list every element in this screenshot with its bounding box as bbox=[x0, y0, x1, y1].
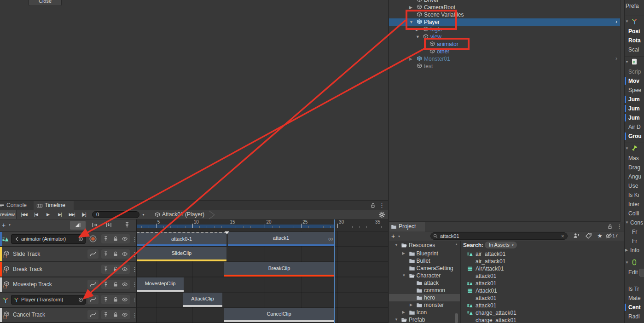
replace-mode-icon[interactable] bbox=[105, 221, 112, 229]
skip-end-button[interactable]: ▶▶| bbox=[66, 210, 77, 219]
add-track-caret[interactable]: ▼ bbox=[8, 223, 12, 227]
track-eye-icon[interactable] bbox=[122, 296, 128, 303]
track-pin-icon[interactable] bbox=[103, 296, 109, 303]
result-item-7[interactable]: attack01 bbox=[461, 302, 620, 309]
track-binding-field[interactable]: animator (Animator) bbox=[11, 234, 86, 244]
timeline-settings-gear-icon[interactable] bbox=[378, 211, 385, 218]
tree-item-hero[interactable]: hero bbox=[389, 294, 460, 301]
foldout-open-icon[interactable]: ▼ bbox=[625, 220, 630, 225]
result-item-4[interactable]: attack01 bbox=[461, 280, 620, 287]
add-track-button[interactable]: + bbox=[2, 220, 8, 230]
foldout-open-icon[interactable]: ▼ bbox=[625, 19, 630, 24]
tree-item-camerasetting[interactable]: CameraSetting bbox=[389, 265, 460, 272]
track-eye-icon[interactable] bbox=[122, 281, 128, 288]
track-header-player[interactable]: Player (Transform)⋮ bbox=[0, 293, 136, 307]
tree-item-bullet[interactable]: Bullet bbox=[389, 257, 460, 265]
inspector-property-row[interactable]: Grou bbox=[625, 132, 644, 141]
track-header-slide[interactable]: { }Slide Track⋮ bbox=[0, 247, 136, 261]
track-eye-icon[interactable] bbox=[122, 311, 128, 318]
chevron-right-icon[interactable]: › bbox=[615, 55, 620, 63]
kebab-menu-icon[interactable]: ⋮ bbox=[616, 223, 622, 231]
foldout-closed-icon[interactable]: ▶ bbox=[402, 309, 407, 316]
search-input[interactable]: attack01× bbox=[430, 232, 568, 240]
foldout-open-icon[interactable]: ▼ bbox=[409, 19, 415, 25]
play-range-button[interactable]: [▶] bbox=[78, 210, 89, 219]
clip-breakclip[interactable]: BreakClip bbox=[224, 262, 334, 277]
foldout-closed-icon[interactable]: ▶ bbox=[409, 4, 415, 11]
track-pin-icon[interactable] bbox=[103, 266, 109, 272]
inspector-property-row[interactable]: Mov bbox=[625, 76, 644, 86]
tree-item-monster[interactable]: ▶monster bbox=[389, 301, 460, 309]
preview-toggle-button[interactable]: review bbox=[0, 210, 17, 219]
track-lock-icon[interactable] bbox=[112, 296, 119, 303]
clip-attackclip[interactable]: AttackClip bbox=[183, 293, 222, 307]
inspector-property-row[interactable]: Angu bbox=[625, 172, 644, 181]
track-lock-icon[interactable] bbox=[112, 266, 119, 272]
hierarchy-item-scene-variables[interactable]: Scene Variables bbox=[389, 11, 620, 18]
result-item-3[interactable]: attack01 bbox=[461, 272, 620, 280]
result-item-1[interactable]: air_attack01 bbox=[461, 258, 620, 265]
mix-mode-button[interactable] bbox=[70, 221, 86, 230]
clip-movestepclip[interactable]: MovestepClip bbox=[137, 277, 184, 292]
inspector-property-row[interactable]: Colli bbox=[625, 209, 644, 218]
clip-attack1[interactable]: attack1 bbox=[228, 232, 334, 246]
result-item-5[interactable]: Attack01 bbox=[461, 287, 620, 294]
component-header[interactable]: ▼# bbox=[625, 56, 644, 67]
chevron-right-icon[interactable]: › bbox=[615, 18, 620, 26]
inspector-property-row[interactable]: Inter bbox=[625, 200, 644, 209]
foldout-open-icon[interactable]: ▼ bbox=[625, 146, 630, 151]
track-kebab-icon[interactable]: ⋮ bbox=[132, 281, 136, 289]
hierarchy-item-view[interactable]: ▼view bbox=[389, 33, 620, 40]
tree-item-character[interactable]: ▼Character bbox=[389, 272, 460, 279]
track-lock-icon[interactable] bbox=[112, 281, 119, 288]
object-picker-target-icon[interactable] bbox=[78, 297, 84, 303]
curves-button[interactable] bbox=[87, 249, 99, 259]
clip-cancelclip[interactable]: CancelClip bbox=[224, 308, 334, 322]
hierarchy-item-monster01[interactable]: ▶Monster01› bbox=[389, 55, 620, 63]
tree-item-prefab[interactable]: ▼Prefab bbox=[389, 316, 460, 323]
search-by-label-icon[interactable] bbox=[585, 232, 592, 239]
track-header-break[interactable]: { }Break Track⋮ bbox=[0, 262, 136, 277]
foldout-open-icon[interactable]: ▼ bbox=[625, 260, 630, 265]
foldout-closed-icon[interactable]: ▶ bbox=[409, 56, 415, 62]
step-back-button[interactable]: |◀ bbox=[30, 210, 41, 219]
tree-item-common[interactable]: common bbox=[389, 287, 460, 294]
result-item-9[interactable]: charge_attack01 bbox=[461, 317, 620, 323]
hierarchy-item-test[interactable]: test bbox=[389, 63, 620, 70]
track-kebab-icon[interactable]: ⋮ bbox=[132, 235, 136, 243]
inspector-property-row[interactable]: Is Tr bbox=[625, 284, 644, 294]
pin-markers-icon[interactable] bbox=[123, 221, 131, 229]
tree-item-attack[interactable]: attack bbox=[389, 279, 460, 287]
hierarchy-scrollbar[interactable] bbox=[620, 0, 624, 222]
curves-button[interactable] bbox=[87, 295, 99, 304]
curves-button[interactable] bbox=[87, 280, 99, 289]
step-forward-button[interactable]: ▶| bbox=[54, 210, 65, 219]
play-button[interactable]: ▶ bbox=[42, 210, 53, 219]
hierarchy-item-driver[interactable]: Driver bbox=[389, 0, 620, 4]
result-item-2[interactable]: AirAttack01 bbox=[461, 265, 620, 272]
inspector-property-row[interactable]: Edit bbox=[625, 268, 644, 277]
inspector-property-row[interactable]: Fr bbox=[625, 227, 644, 236]
clip-slideclip[interactable]: SlideClip bbox=[137, 247, 226, 261]
hierarchy-item-animator[interactable]: animator bbox=[389, 40, 620, 48]
inspector-property-row[interactable]: ▶Info bbox=[625, 246, 644, 255]
inspector-property-row[interactable]: Jum bbox=[625, 95, 644, 104]
component-header[interactable]: ▼ bbox=[625, 257, 644, 268]
clip-attack0-1[interactable]: attack0-1 bbox=[137, 232, 226, 246]
track-lock-icon[interactable] bbox=[112, 236, 119, 242]
foldout-open-icon[interactable]: ▼ bbox=[625, 60, 630, 64]
track-lock-icon[interactable] bbox=[112, 311, 119, 318]
inspector-property-row[interactable]: Is Ki bbox=[625, 190, 644, 200]
inspector-property-row[interactable]: Posi bbox=[625, 27, 644, 36]
inspector-property-row[interactable]: Fr bbox=[625, 236, 644, 246]
hierarchy-item-logic[interactable]: ▶logic bbox=[389, 26, 620, 33]
panel-lock-icon[interactable] bbox=[370, 202, 376, 209]
foldout-open-icon[interactable]: ▼ bbox=[395, 317, 400, 323]
track-eye-icon[interactable] bbox=[122, 266, 128, 272]
create-asset-button[interactable]: + bbox=[391, 232, 398, 241]
inspector-property-row[interactable]: Mate bbox=[625, 294, 644, 303]
timeline-asset-breadcrumb[interactable]: Attack01 (Player) bbox=[162, 210, 204, 219]
inspector-property-row[interactable]: Use bbox=[625, 181, 644, 190]
search-by-type-icon[interactable] bbox=[573, 232, 580, 239]
foldout-closed-icon[interactable]: ▶ bbox=[625, 248, 630, 253]
